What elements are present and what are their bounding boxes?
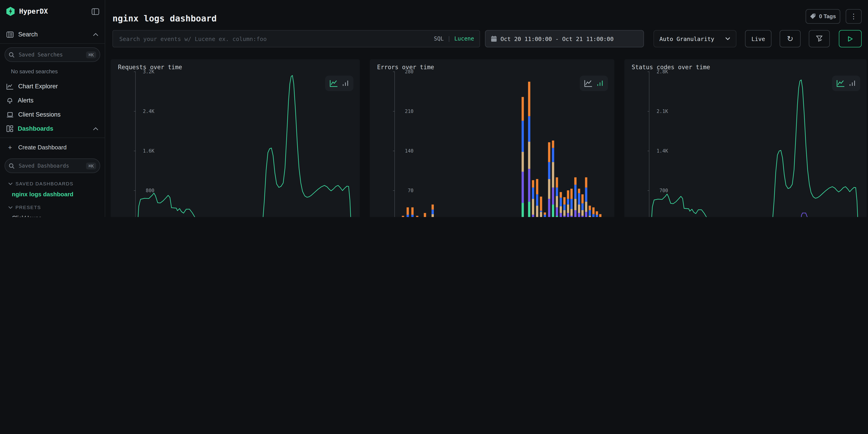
date-range-value: Oct 20 11:00:00 - Oct 21 11:00:00 — [500, 35, 614, 42]
kebab-menu-icon: ⋮ — [850, 12, 857, 21]
sidebar-item-label: Search — [18, 31, 88, 38]
event-search-input[interactable] — [118, 35, 430, 42]
chevron-down-icon — [8, 206, 13, 209]
saved-dashboards-input[interactable] — [18, 162, 83, 169]
play-icon — [847, 36, 853, 42]
more-options-button[interactable]: ⋮ — [846, 9, 862, 24]
saved-searches-input-wrap: ⌘K — [5, 48, 100, 62]
lucene-mode-toggle[interactable]: Lucene — [454, 35, 474, 42]
sidebar: HyperDX Search ⌘K No saved searches Char… — [0, 0, 105, 217]
sidebar-item-label: Alerts — [18, 97, 98, 104]
sidebar-item-alerts[interactable]: Alerts — [0, 93, 105, 107]
hyperdx-app: HyperDX Search ⌘K No saved searches Char… — [0, 0, 868, 217]
bar-chart-toggle-icon[interactable] — [849, 80, 856, 87]
collapse-sidebar-icon[interactable] — [92, 8, 99, 15]
saved-dashboards-header[interactable]: SAVED DASHBOARDS — [0, 177, 105, 188]
chart-plot[interactable] — [649, 71, 862, 217]
refresh-icon: ↻ — [787, 34, 794, 43]
search-icon — [9, 52, 14, 58]
create-dashboard-label: Create Dashboard — [18, 144, 98, 151]
brand-name: HyperDX — [19, 7, 88, 16]
sidebar-item-client-sessions[interactable]: Client Sessions — [0, 107, 105, 122]
page-title: nginx logs dashboard — [113, 13, 217, 23]
chart-type-toggle — [580, 75, 608, 91]
chart-plot[interactable] — [135, 71, 355, 217]
sidebar-item-search[interactable]: Search — [0, 27, 105, 41]
line-chart-toggle-icon[interactable] — [584, 79, 593, 87]
tags-label: 0 Tags — [819, 13, 836, 20]
chart-plot[interactable] — [394, 71, 610, 217]
event-search-bar: SQL | Lucene — [113, 30, 480, 48]
live-button[interactable]: Live — [745, 30, 771, 48]
panel-title: Status codes over time — [632, 64, 710, 70]
bar-chart-toggle-icon[interactable] — [342, 80, 349, 87]
line-chart-toggle-icon[interactable] — [836, 79, 845, 87]
dashboards-icon — [6, 125, 13, 132]
shortcut-badge: ⌘K — [86, 51, 96, 58]
chevron-up-icon — [93, 127, 98, 130]
search-icon — [9, 163, 14, 169]
search-section-icon — [6, 31, 14, 38]
chevron-up-icon — [93, 33, 98, 36]
chart-explorer-icon — [6, 83, 14, 90]
bell-icon — [6, 97, 13, 104]
sidebar-item-label: Client Sessions — [18, 111, 98, 118]
sidebar-item-dashboards[interactable]: Dashboards — [0, 122, 105, 136]
granularity-select[interactable]: Auto Granularity — [653, 30, 736, 48]
panel-errors-over-time: Errors over time 280210140700 Oct 20 11:… — [370, 59, 614, 217]
sidebar-item-label: Chart Explorer — [18, 83, 98, 90]
mode-divider: | — [447, 35, 451, 42]
line-chart-toggle-icon[interactable] — [329, 79, 338, 87]
create-dashboard-button[interactable]: + Create Dashboard — [0, 140, 105, 155]
panel-requests-over-time: Requests over time 3.2K2.4K1.6K8000 Oct … — [111, 59, 360, 217]
shortcut-badge: ⌘K — [86, 162, 96, 169]
chart-type-toggle — [325, 75, 353, 91]
sidebar-item-label: Dashboards — [18, 125, 88, 132]
laptop-icon — [6, 111, 14, 118]
panel-status-codes-over-time: Status codes over time 2.8K2.1K1.4K7000 … — [624, 59, 867, 217]
saved-dashboards-input-wrap: ⌘K — [5, 158, 100, 173]
sidebar-item-chart-explorer[interactable]: Chart Explorer — [0, 79, 105, 93]
calendar-icon — [491, 35, 497, 42]
granularity-value: Auto Granularity — [659, 35, 714, 42]
tag-icon — [810, 13, 816, 20]
chevron-down-icon — [8, 182, 13, 185]
sidebar-item-clickhouse[interactable]: ClickHouse — [0, 212, 105, 217]
hyperdx-logo-icon — [5, 6, 16, 17]
sidebar-item-nginx-logs-dashboard[interactable]: nginx logs dashboard — [0, 188, 105, 200]
presets-header[interactable]: PRESETS — [0, 200, 105, 212]
saved-searches-input[interactable] — [18, 51, 83, 58]
filter-icon — [816, 35, 823, 42]
no-saved-searches-note: No saved searches — [0, 66, 105, 79]
refresh-button[interactable]: ↻ — [780, 30, 801, 48]
plus-icon: + — [6, 144, 14, 151]
bar-chart-toggle-icon[interactable] — [596, 80, 604, 87]
filter-button[interactable] — [809, 30, 830, 48]
run-query-button[interactable] — [839, 30, 862, 48]
date-range-picker[interactable]: Oct 20 11:00:00 - Oct 21 11:00:00 — [485, 30, 644, 48]
tags-button[interactable]: 0 Tags — [806, 9, 840, 24]
sql-mode-toggle[interactable]: SQL — [434, 35, 443, 42]
chart-type-toggle — [832, 75, 860, 91]
chevron-down-icon — [725, 37, 731, 40]
